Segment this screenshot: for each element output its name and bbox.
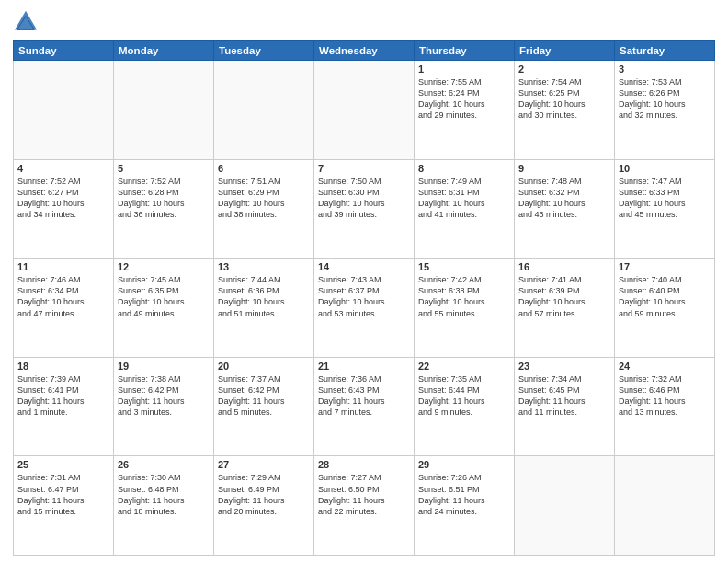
logo: [13, 9, 42, 35]
day-info: Sunrise: 7:49 AM Sunset: 6:31 PM Dayligh…: [418, 176, 510, 221]
day-info: Sunrise: 7:32 AM Sunset: 6:46 PM Dayligh…: [619, 373, 711, 419]
day-info: Sunrise: 7:47 AM Sunset: 6:33 PM Dayligh…: [619, 176, 711, 221]
calendar-cell: 20Sunrise: 7:37 AM Sunset: 6:42 PM Dayli…: [214, 357, 314, 456]
day-number: 20: [218, 361, 310, 372]
day-info: Sunrise: 7:46 AM Sunset: 6:34 PM Dayligh…: [17, 274, 109, 319]
calendar-cell: [114, 61, 214, 160]
calendar-cell: 15Sunrise: 7:42 AM Sunset: 6:38 PM Dayli…: [415, 259, 515, 358]
calendar-cell: [14, 61, 114, 160]
day-info: Sunrise: 7:52 AM Sunset: 6:27 PM Dayligh…: [17, 176, 109, 221]
day-info: Sunrise: 7:29 AM Sunset: 6:49 PM Dayligh…: [218, 472, 310, 517]
calendar-cell: 11Sunrise: 7:46 AM Sunset: 6:34 PM Dayli…: [14, 259, 114, 358]
day-header-monday: Monday: [114, 41, 214, 61]
calendar-cell: 6Sunrise: 7:51 AM Sunset: 6:29 PM Daylig…: [214, 159, 314, 259]
day-number: 25: [17, 459, 109, 470]
calendar-cell: 1Sunrise: 7:55 AM Sunset: 6:24 PM Daylig…: [415, 61, 515, 160]
calendar-cell: 22Sunrise: 7:35 AM Sunset: 6:44 PM Dayli…: [415, 357, 515, 456]
day-number: 13: [218, 261, 310, 272]
day-header-tuesday: Tuesday: [214, 41, 314, 61]
day-info: Sunrise: 7:54 AM Sunset: 6:25 PM Dayligh…: [518, 76, 610, 121]
day-info: Sunrise: 7:39 AM Sunset: 6:41 PM Dayligh…: [17, 373, 109, 419]
day-number: 23: [518, 361, 610, 372]
calendar-cell: [615, 456, 715, 556]
day-number: 19: [118, 361, 210, 372]
day-number: 7: [318, 163, 410, 174]
calendar-week-3: 18Sunrise: 7:39 AM Sunset: 6:41 PM Dayli…: [14, 357, 715, 456]
calendar-cell: 28Sunrise: 7:27 AM Sunset: 6:50 PM Dayli…: [314, 456, 415, 556]
calendar-cell: 17Sunrise: 7:40 AM Sunset: 6:40 PM Dayli…: [615, 259, 715, 358]
calendar-cell: 4Sunrise: 7:52 AM Sunset: 6:27 PM Daylig…: [14, 159, 114, 259]
day-number: 10: [619, 163, 711, 174]
calendar-cell: 21Sunrise: 7:36 AM Sunset: 6:43 PM Dayli…: [314, 357, 415, 456]
calendar-cell: 5Sunrise: 7:52 AM Sunset: 6:28 PM Daylig…: [114, 159, 214, 259]
calendar-cell: [214, 61, 314, 160]
calendar-header-row: SundayMondayTuesdayWednesdayThursdayFrid…: [14, 41, 715, 61]
day-info: Sunrise: 7:38 AM Sunset: 6:42 PM Dayligh…: [118, 373, 210, 419]
day-info: Sunrise: 7:31 AM Sunset: 6:47 PM Dayligh…: [17, 472, 109, 517]
day-number: 18: [17, 361, 109, 372]
day-info: Sunrise: 7:27 AM Sunset: 6:50 PM Dayligh…: [318, 472, 410, 517]
header: [13, 9, 715, 35]
calendar-cell: 26Sunrise: 7:30 AM Sunset: 6:48 PM Dayli…: [114, 456, 214, 556]
day-info: Sunrise: 7:53 AM Sunset: 6:26 PM Dayligh…: [619, 76, 711, 121]
calendar-cell: 8Sunrise: 7:49 AM Sunset: 6:31 PM Daylig…: [415, 159, 515, 259]
day-number: 8: [418, 163, 510, 174]
day-info: Sunrise: 7:26 AM Sunset: 6:51 PM Dayligh…: [418, 472, 510, 517]
day-info: Sunrise: 7:35 AM Sunset: 6:44 PM Dayligh…: [418, 373, 510, 419]
day-number: 17: [619, 261, 711, 272]
day-number: 21: [318, 361, 410, 372]
calendar-cell: 29Sunrise: 7:26 AM Sunset: 6:51 PM Dayli…: [415, 456, 515, 556]
day-header-wednesday: Wednesday: [314, 41, 415, 61]
day-number: 15: [418, 261, 510, 272]
calendar-cell: 14Sunrise: 7:43 AM Sunset: 6:37 PM Dayli…: [314, 259, 415, 358]
main-container: SundayMondayTuesdayWednesdayThursdayFrid…: [0, 0, 728, 563]
day-info: Sunrise: 7:50 AM Sunset: 6:30 PM Dayligh…: [318, 176, 410, 221]
day-header-saturday: Saturday: [615, 41, 715, 61]
day-header-sunday: Sunday: [14, 41, 114, 61]
day-number: 16: [518, 261, 610, 272]
calendar-week-2: 11Sunrise: 7:46 AM Sunset: 6:34 PM Dayli…: [14, 259, 715, 358]
day-header-friday: Friday: [515, 41, 615, 61]
logo-icon: [13, 9, 39, 35]
day-info: Sunrise: 7:44 AM Sunset: 6:36 PM Dayligh…: [218, 274, 310, 319]
day-number: 22: [418, 361, 510, 372]
day-number: 28: [318, 459, 410, 470]
calendar-week-4: 25Sunrise: 7:31 AM Sunset: 6:47 PM Dayli…: [14, 456, 715, 556]
calendar-cell: 24Sunrise: 7:32 AM Sunset: 6:46 PM Dayli…: [615, 357, 715, 456]
day-info: Sunrise: 7:34 AM Sunset: 6:45 PM Dayligh…: [518, 373, 610, 419]
day-info: Sunrise: 7:30 AM Sunset: 6:48 PM Dayligh…: [118, 472, 210, 517]
day-number: 14: [318, 261, 410, 272]
calendar-cell: 2Sunrise: 7:54 AM Sunset: 6:25 PM Daylig…: [515, 61, 615, 160]
calendar-cell: 27Sunrise: 7:29 AM Sunset: 6:49 PM Dayli…: [214, 456, 314, 556]
calendar-cell: 12Sunrise: 7:45 AM Sunset: 6:35 PM Dayli…: [114, 259, 214, 358]
calendar-cell: 25Sunrise: 7:31 AM Sunset: 6:47 PM Dayli…: [14, 456, 114, 556]
day-info: Sunrise: 7:41 AM Sunset: 6:39 PM Dayligh…: [518, 274, 610, 319]
day-number: 24: [619, 361, 711, 372]
day-number: 3: [619, 63, 711, 75]
day-number: 26: [118, 459, 210, 470]
day-info: Sunrise: 7:52 AM Sunset: 6:28 PM Dayligh…: [118, 176, 210, 221]
day-number: 11: [17, 261, 109, 272]
day-number: 4: [17, 163, 109, 174]
day-number: 29: [418, 459, 510, 470]
calendar-cell: 18Sunrise: 7:39 AM Sunset: 6:41 PM Dayli…: [14, 357, 114, 456]
day-number: 5: [118, 163, 210, 174]
calendar-cell: 9Sunrise: 7:48 AM Sunset: 6:32 PM Daylig…: [515, 159, 615, 259]
day-info: Sunrise: 7:42 AM Sunset: 6:38 PM Dayligh…: [418, 274, 510, 319]
calendar-cell: 19Sunrise: 7:38 AM Sunset: 6:42 PM Dayli…: [114, 357, 214, 456]
calendar-week-0: 1Sunrise: 7:55 AM Sunset: 6:24 PM Daylig…: [14, 61, 715, 160]
calendar-cell: 23Sunrise: 7:34 AM Sunset: 6:45 PM Dayli…: [515, 357, 615, 456]
calendar-cell: 13Sunrise: 7:44 AM Sunset: 6:36 PM Dayli…: [214, 259, 314, 358]
calendar-cell: [515, 456, 615, 556]
calendar-cell: 7Sunrise: 7:50 AM Sunset: 6:30 PM Daylig…: [314, 159, 415, 259]
day-number: 6: [218, 163, 310, 174]
svg-marker-0: [15, 11, 37, 30]
calendar-week-1: 4Sunrise: 7:52 AM Sunset: 6:27 PM Daylig…: [14, 159, 715, 259]
day-number: 27: [218, 459, 310, 470]
day-info: Sunrise: 7:37 AM Sunset: 6:42 PM Dayligh…: [218, 373, 310, 419]
day-info: Sunrise: 7:36 AM Sunset: 6:43 PM Dayligh…: [318, 373, 410, 419]
calendar-cell: 10Sunrise: 7:47 AM Sunset: 6:33 PM Dayli…: [615, 159, 715, 259]
day-info: Sunrise: 7:51 AM Sunset: 6:29 PM Dayligh…: [218, 176, 310, 221]
calendar-cell: [314, 61, 415, 160]
day-number: 2: [518, 63, 610, 75]
